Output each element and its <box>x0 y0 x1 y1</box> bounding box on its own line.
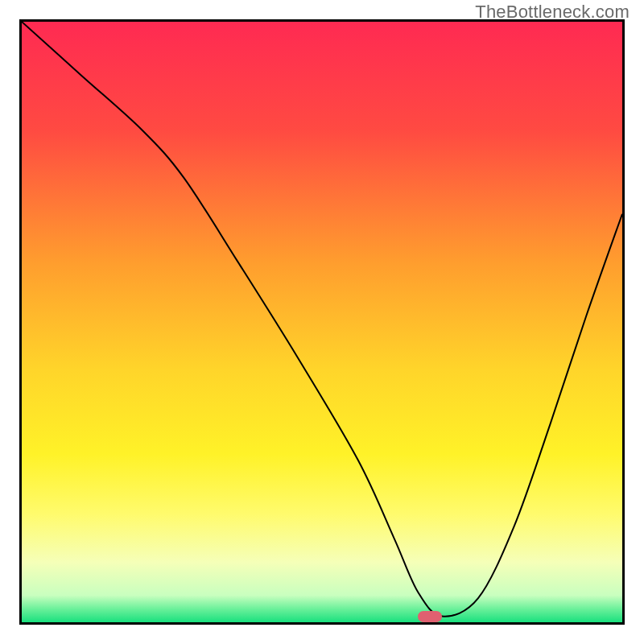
chart-frame <box>19 19 625 625</box>
bottleneck-curve <box>22 22 622 622</box>
chart-plot-area <box>22 22 622 622</box>
optimal-point-marker <box>418 611 442 622</box>
watermark-text: TheBottleneck.com <box>475 2 630 23</box>
